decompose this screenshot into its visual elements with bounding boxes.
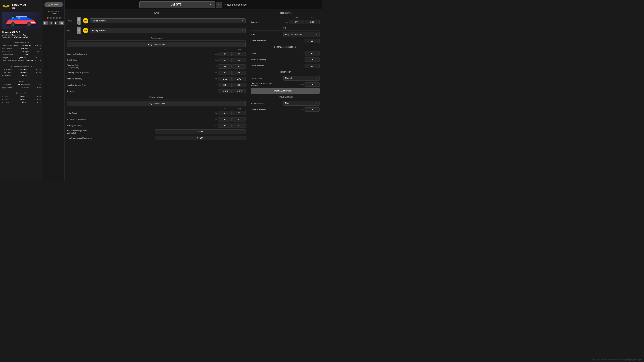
aero-front-col-header: Front	[288, 16, 304, 18]
differential-header: Differential Gear	[67, 95, 246, 100]
downforce-front-value[interactable]: 420	[289, 20, 304, 24]
nat-freq-front-value[interactable]: 3.65	[218, 77, 232, 81]
stability-title: Stability	[2, 80, 40, 82]
car-selector[interactable]: LM GT3 ▼	[139, 1, 215, 8]
accel-row-1: 0-0.62 miles 19.90 sec. 19.90	[2, 71, 40, 74]
ballast-pos-value[interactable]: 0	[304, 57, 320, 62]
camber-rear-value[interactable]: 3.5	[232, 83, 246, 87]
downforce-row: Downforce Lv. 420 630	[251, 19, 320, 25]
header-bar: LM GT3 ▼ ≡ ··· Edit Settings Sheet	[64, 0, 322, 9]
downforce-rear-value[interactable]: 630	[304, 20, 320, 24]
initial-torque-rear-value[interactable]: 7	[232, 111, 246, 115]
torque-vectoring-row: Torque-Vectoring CentreDifferential None	[67, 129, 246, 134]
braking-sensitivity-rear-value[interactable]: 20	[232, 123, 246, 128]
flag-icon: 🇺🇸	[12, 7, 15, 9]
power-restrictor-value[interactable]: 97	[304, 64, 320, 68]
history-dot-4[interactable]	[56, 17, 58, 19]
ballast-value[interactable]: 15	[304, 51, 320, 55]
rotational-g-title: Rotational G	[2, 92, 40, 94]
ecu-mode-select[interactable]: Fully Customisable ▼	[284, 32, 320, 37]
braking-sensitivity-front-value[interactable]: 0	[218, 123, 232, 128]
nitrous-chevron-icon: ▼	[316, 102, 318, 104]
top-speed-label: Top Speed (AutomaticallyAdjusted)	[251, 82, 300, 87]
torque-vectoring-value[interactable]: None	[155, 129, 246, 134]
transmission-mode-select[interactable]: Normal ▼	[284, 76, 320, 81]
svg-rect-6	[31, 22, 35, 23]
downforce-label: Downforce	[251, 21, 285, 23]
toe-label: Toe Angle	[67, 90, 214, 92]
accel-sensitivity-rear-value[interactable]: 30	[232, 117, 246, 121]
edit-settings-button[interactable]: ··· Edit Settings Sheet	[224, 3, 247, 6]
braking-sensitivity-row: Braking Sensitivity Lv. 0 20	[67, 123, 246, 128]
pp-row: Performance Points PP 723.59 723.59	[2, 44, 40, 47]
nav-controls: L1 ◀ ▶ R1	[43, 21, 64, 25]
differential-mode: Fully Customisable	[67, 101, 246, 106]
car-image	[2, 12, 40, 29]
suspension-rear-header: Rear	[232, 49, 246, 51]
anti-roll-rear-value[interactable]: 6	[232, 58, 246, 62]
l1-button[interactable]: L1	[43, 21, 48, 25]
torque-dist-row: Front/Rear Torque Distribution 0 : 100	[67, 135, 246, 141]
damping-comp-rear-value[interactable]: 35	[232, 64, 246, 68]
measure-label: Measure	[51, 3, 59, 6]
nitrous-output-label: Output Adjustment	[251, 108, 300, 111]
history-dot-5[interactable]	[59, 17, 61, 19]
front-tyre-row: Front RM Racing: Medium ▼	[67, 16, 246, 25]
suspension-front-header: Front	[218, 49, 232, 51]
nitrous-output-value[interactable]: 0	[304, 107, 320, 112]
rear-tyre-select[interactable]: Racing: Medium ▼	[90, 28, 246, 33]
history-dot-active[interactable]	[46, 17, 49, 19]
front-tyre-label: Front	[67, 19, 75, 22]
nat-freq-unit: Hz	[214, 78, 218, 80]
damping-exp-rear-value[interactable]: 45	[232, 70, 246, 75]
camber-row: Negative Camber Angle ° 3.5 3.5	[67, 82, 246, 88]
damping-exp-front-value[interactable]: 43	[218, 70, 232, 75]
torque-dist-value[interactable]: 0 : 100	[155, 136, 246, 140]
damping-comp-front-value[interactable]: 33	[218, 64, 232, 68]
toe-rear-value[interactable]: ↗↙ 0.15	[232, 89, 246, 93]
damping-exp-row: Damping Ratio (Expansion) % 43 45	[67, 70, 246, 75]
base-performance-title: Base Performance	[2, 41, 40, 43]
history-dot-2[interactable]	[50, 17, 52, 19]
output-adj-value[interactable]: 99	[304, 39, 320, 43]
ecu-mode-row: ECU Fully Customisable ▼	[251, 32, 320, 37]
accel-row-2: 62-93 mph 2.32 sec. 2.32	[2, 74, 40, 77]
accel-sensitivity-front-value[interactable]: 0	[218, 117, 232, 121]
initial-torque-front-value[interactable]: 0	[218, 111, 232, 115]
ecu-header: ECU	[251, 26, 320, 30]
main-area: LM GT3 ▼ ≡ ··· Edit Settings Sheet Tyres…	[64, 0, 322, 181]
accel-sensitivity-label: Acceleration Sensitivity	[67, 118, 214, 120]
accel-sensitivity-unit: Lv.	[214, 118, 218, 120]
menu-icon-button[interactable]: ≡	[216, 2, 222, 8]
anti-roll-front-value[interactable]: 6	[218, 58, 232, 62]
camber-front-value[interactable]: 3.5	[218, 83, 232, 87]
rotg-150: 150 mph 1.73 G 1.73	[2, 101, 40, 104]
svg-point-1	[5, 24, 37, 26]
divider-3	[2, 79, 40, 79]
ballast-row: Ballast kg 15	[251, 51, 320, 56]
left-sidebar: Chevrolet 🇺🇸	[0, 0, 43, 181]
body-height-front-value[interactable]: 60	[218, 52, 232, 56]
r1-button[interactable]: R1	[59, 21, 64, 25]
top-speed-value[interactable]: 0	[304, 82, 320, 87]
prev-button[interactable]: ◀	[48, 21, 53, 25]
nat-freq-row: Natural Frequency Hz 3.65 3.70	[67, 76, 246, 81]
history-dots	[46, 17, 61, 19]
measure-button[interactable]: ▲ Measure	[44, 2, 63, 7]
body-height-unit: mm	[214, 53, 218, 55]
body-height-rear-value[interactable]: 65	[232, 52, 246, 56]
anti-roll-label: Anti-Roll Bar	[67, 59, 214, 61]
app-container: Chevrolet 🇺🇸	[0, 0, 322, 181]
output-adj-label: Output Adjustment	[251, 39, 300, 42]
damping-exp-unit: %	[214, 72, 218, 73]
damping-comp-unit: %	[214, 65, 218, 67]
nat-freq-rear-value[interactable]: 3.70	[232, 77, 246, 81]
content-area: Tyres Front RM Racing: Medium ▼	[64, 9, 322, 181]
front-tyre-select[interactable]: Racing: Medium ▼	[90, 18, 246, 23]
toe-front-value[interactable]: ↙↗ 0.10	[218, 89, 232, 93]
manual-adjustment-button[interactable]: Manual Adjustment ···	[251, 88, 320, 94]
nitrous-mode-select[interactable]: None ▼	[284, 101, 320, 106]
history-dot-3[interactable]	[53, 17, 55, 19]
dots-icon: ···	[224, 3, 226, 6]
next-button[interactable]: ▶	[54, 21, 58, 25]
